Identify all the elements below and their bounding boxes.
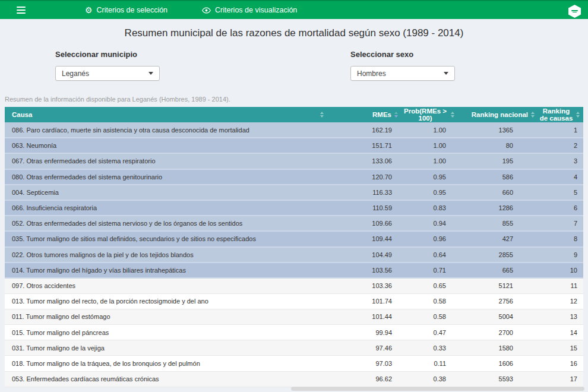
- column-header-ranking-causas[interactable]: Ranking de causas: [539, 107, 583, 122]
- nav-item-criterios-visualizacion[interactable]: Criterios de visualización: [202, 6, 297, 14]
- cell-causa: 014. Tumor maligno del hígado y vías bil…: [5, 263, 328, 278]
- cell-ranking_nacional: 80: [459, 138, 539, 153]
- cell-causa: 015. Tumor maligno del páncreas: [5, 324, 328, 340]
- cell-rmes: 101.74: [328, 293, 403, 309]
- cell-rmes: 104.49: [328, 247, 403, 263]
- cell-ranking_causas: 10: [539, 263, 583, 278]
- table-row[interactable]: 018. Tumor maligno de la tráquea, de los…: [5, 356, 583, 371]
- cell-ranking_causas: 17: [539, 371, 583, 387]
- column-header-label: Causa: [12, 111, 33, 118]
- cell-ranking_nacional: 5121: [459, 278, 539, 293]
- cell-ranking_causas: 11: [539, 278, 583, 293]
- column-header-rmes[interactable]: RMEs: [328, 107, 403, 122]
- cell-ranking_causas: 4: [539, 169, 583, 185]
- cell-prob: 1.00: [403, 122, 459, 138]
- cell-rmes: 110.59: [328, 200, 403, 216]
- municipio-form-group: Seleccionar municipio Leganés: [55, 50, 160, 81]
- cell-prob: 0.65: [403, 278, 459, 293]
- sexo-select[interactable]: Hombres: [350, 66, 455, 81]
- cell-rmes: 96.62: [328, 371, 403, 387]
- cell-ranking_causas: 6: [539, 200, 583, 216]
- municipio-label: Seleccionar municipio: [55, 50, 160, 59]
- table-row[interactable]: 035. Tumor maligno de sitios mal definid…: [5, 231, 583, 246]
- summary-caption: Resumen de la información disponible par…: [5, 96, 230, 103]
- column-header-label: Ranking de causas: [539, 108, 573, 122]
- cell-rmes: 133.06: [328, 153, 403, 169]
- table-body: 086. Paro cardíaco, muerte sin asistenci…: [5, 122, 583, 387]
- nav-item-criterios-seleccion[interactable]: ⚙ Criterios de selección: [85, 6, 167, 14]
- cell-causa: 022. Otros tumores malignos de la piel y…: [5, 247, 328, 263]
- cell-causa: 052. Otras enfermedades del sistema nerv…: [5, 216, 328, 231]
- column-header-prob[interactable]: Prob(RMEs > 100): [403, 107, 459, 122]
- table-row[interactable]: 014. Tumor maligno del hígado y vías bil…: [5, 263, 583, 278]
- cell-rmes: 151.71: [328, 138, 403, 153]
- cell-ranking_causas: 14: [539, 324, 583, 340]
- cell-prob: 0.94: [403, 216, 459, 231]
- gears-icon: ⚙: [85, 6, 93, 14]
- cell-causa: 013. Tumor maligno del recto, de la porc…: [5, 293, 328, 309]
- cell-prob: 0.71: [403, 263, 459, 278]
- cell-ranking_nacional: 2855: [459, 247, 539, 263]
- table-row[interactable]: 063. Neumonía151.711.00802: [5, 138, 583, 153]
- nav-item-label: Criterios de visualización: [215, 6, 297, 14]
- cell-prob: 0.38: [403, 371, 459, 387]
- municipio-select[interactable]: Leganés: [55, 66, 160, 81]
- cell-ranking_nacional: 5593: [459, 371, 539, 387]
- cell-rmes: 103.56: [328, 263, 403, 278]
- table-row[interactable]: 011. Tumor maligno del estómago101.440.5…: [5, 309, 583, 324]
- table-row[interactable]: 004. Septicemia116.330.956605: [5, 185, 583, 200]
- cell-ranking_nacional: 427: [459, 231, 539, 246]
- table-row[interactable]: 066. Insuficiencia respiratoria110.590.8…: [5, 200, 583, 216]
- cell-ranking_causas: 12: [539, 293, 583, 309]
- cell-prob: 0.33: [403, 340, 459, 356]
- table-row[interactable]: 031. Tumor maligno de la vejiga97.460.33…: [5, 340, 583, 356]
- cell-rmes: 116.33: [328, 185, 403, 200]
- cell-prob: 1.00: [403, 153, 459, 169]
- table-row[interactable]: 053. Enfermedades cardíacas reumáticas c…: [5, 371, 583, 387]
- table-row[interactable]: 086. Paro cardíaco, muerte sin asistenci…: [5, 122, 583, 138]
- navbar: ⚙ Criterios de selección Criterios de vi…: [0, 0, 588, 19]
- cell-prob: 0.83: [403, 200, 459, 216]
- sexo-label: Seleccionar sexo: [350, 50, 455, 59]
- cell-ranking_causas: 7: [539, 216, 583, 231]
- sexo-selected-value: Hombres: [357, 69, 386, 78]
- table-row[interactable]: 097. Otros accidentes103.360.65512111: [5, 278, 583, 293]
- chevron-down-icon: [148, 72, 153, 75]
- table-row[interactable]: 080. Otras enfermedades del sistema geni…: [5, 169, 583, 185]
- cell-prob: 0.11: [403, 356, 459, 371]
- column-header-ranking-nacional[interactable]: Ranking nacional: [459, 107, 539, 122]
- cell-causa: 011. Tumor maligno del estómago: [5, 309, 328, 324]
- column-header-causa[interactable]: Causa: [5, 107, 328, 122]
- cell-ranking_causas: 13: [539, 309, 583, 324]
- cell-causa: 097. Otros accidentes: [5, 278, 328, 293]
- cell-causa: 080. Otras enfermedades del sistema geni…: [5, 169, 328, 185]
- table-row[interactable]: 067. Otras enfermedades del sistema resp…: [5, 153, 583, 169]
- cell-ranking_nacional: 1365: [459, 122, 539, 138]
- cell-ranking_nacional: 2700: [459, 324, 539, 340]
- cell-causa: 035. Tumor maligno de sitios mal definid…: [5, 231, 328, 246]
- cell-causa: 063. Neumonía: [5, 138, 328, 153]
- cell-ranking_causas: 2: [539, 138, 583, 153]
- sort-icon: [320, 112, 324, 118]
- table-header-row: Causa RMEs Prob(RMEs > 100): [5, 107, 583, 122]
- page-title: Resumen municipal de las razones de mort…: [0, 27, 588, 39]
- cell-rmes: 162.19: [328, 122, 403, 138]
- cell-ranking_causas: 8: [539, 231, 583, 246]
- cell-ranking_causas: 15: [539, 340, 583, 356]
- table-row[interactable]: 015. Tumor maligno del páncreas99.940.47…: [5, 324, 583, 340]
- cell-rmes: 97.46: [328, 340, 403, 356]
- cell-prob: 0.58: [403, 309, 459, 324]
- cell-rmes: 101.44: [328, 309, 403, 324]
- sidebar-toggle-button[interactable]: [17, 7, 26, 14]
- cell-causa: 067. Otras enfermedades del sistema resp…: [5, 153, 328, 169]
- eye-icon: [202, 7, 211, 14]
- table-row[interactable]: 013. Tumor maligno del recto, de la porc…: [5, 293, 583, 309]
- cell-rmes: 99.94: [328, 324, 403, 340]
- cell-ranking_nacional: 660: [459, 185, 539, 200]
- table-row[interactable]: 052. Otras enfermedades del sistema nerv…: [5, 216, 583, 231]
- cell-causa: 053. Enfermedades cardíacas reumáticas c…: [5, 371, 328, 387]
- chevron-down-icon: [444, 72, 448, 75]
- table-row[interactable]: 022. Otros tumores malignos de la piel y…: [5, 247, 583, 263]
- cell-causa: 066. Insuficiencia respiratoria: [5, 200, 328, 216]
- horizontal-scrollbar-thumb[interactable]: [291, 387, 584, 391]
